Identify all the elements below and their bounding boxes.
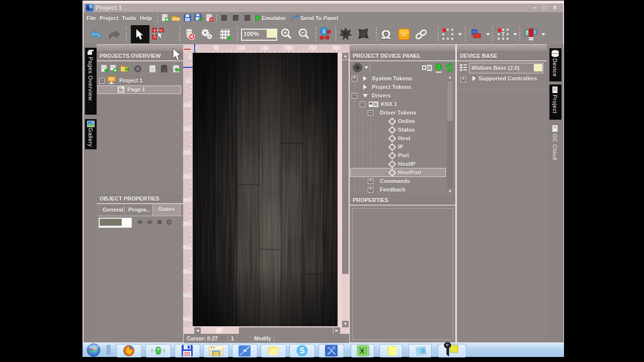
svg-text:JS: JS bbox=[401, 32, 407, 37]
svg-text:S: S bbox=[299, 346, 305, 355]
svg-text:T: T bbox=[502, 32, 505, 37]
